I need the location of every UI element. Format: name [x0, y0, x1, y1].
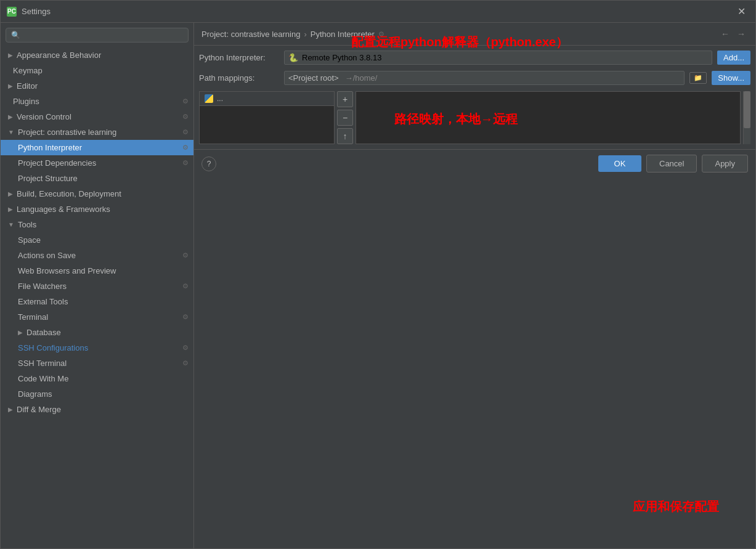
- sidebar-item-project-structure[interactable]: Project Structure: [1, 171, 193, 186]
- sidebar-item-label: Database: [26, 328, 61, 337]
- sidebar-item-version-control[interactable]: ▶ Version Control ⚙: [1, 109, 193, 124]
- packages-header: ...: [200, 92, 334, 106]
- sidebar-item-languages-frameworks[interactable]: ▶ Languages & Frameworks: [1, 201, 193, 217]
- remove-package-button[interactable]: −: [337, 110, 353, 126]
- upgrade-package-button[interactable]: ↑: [337, 128, 353, 144]
- sidebar-item-file-watchers[interactable]: File Watchers ⚙: [1, 279, 193, 294]
- settings-icon: ⚙: [182, 97, 189, 105]
- sidebar-item-ssh-configurations[interactable]: SSH Configurations ⚙: [1, 340, 193, 356]
- sidebar-item-label: Plugins: [13, 97, 39, 106]
- sidebar-item-label: Diagrams: [18, 389, 52, 399]
- breadcrumb-bar: Project: contrastive learning › Python I…: [194, 23, 755, 46]
- forward-arrow[interactable]: →: [734, 28, 748, 40]
- sidebar-item-editor[interactable]: ▶ Editor: [1, 78, 193, 94]
- help-button[interactable]: ?: [201, 157, 216, 171]
- sidebar-item-label: Diff & Merge: [17, 405, 61, 414]
- sidebar-item-label: External Tools: [18, 297, 68, 306]
- title-bar: PC Settings ✕: [1, 1, 755, 23]
- path-local: <Project root>: [288, 73, 339, 83]
- sidebar-item-space[interactable]: Space: [1, 232, 193, 248]
- sidebar-item-diff-merge[interactable]: ▶ Diff & Merge: [1, 402, 193, 417]
- sidebar-item-label: Keymap: [13, 66, 43, 75]
- path-field[interactable]: <Project root> →/home/: [284, 71, 685, 85]
- sidebar-item-label: SSH Configurations: [18, 343, 88, 352]
- sidebar-item-diagrams[interactable]: Diagrams: [1, 386, 193, 402]
- sidebar-item-label: SSH Terminal: [18, 359, 67, 368]
- sidebar-item-build-execution[interactable]: ▶ Build, Execution, Deployment: [1, 186, 193, 201]
- close-button[interactable]: ✕: [734, 4, 749, 18]
- path-arrow: →/home/: [343, 73, 380, 83]
- settings-icon: ⚙: [182, 113, 189, 121]
- sidebar-item-label: Version Control: [17, 112, 71, 121]
- search-icon: 🔍: [11, 31, 20, 39]
- add-button[interactable]: Add...: [717, 51, 750, 65]
- sidebar-item-external-tools[interactable]: External Tools: [1, 294, 193, 309]
- breadcrumb-page: Python Interpreter: [311, 30, 375, 39]
- sidebar-item-keymap[interactable]: Keymap: [1, 63, 193, 78]
- sidebar-item-database[interactable]: ▶ Database: [1, 325, 193, 340]
- scrollbar-thumb[interactable]: [744, 91, 750, 128]
- settings-form: Python Interpreter: 🐍 Remote Python 3.8.…: [194, 46, 755, 149]
- settings-icon: ⚙: [182, 344, 189, 352]
- scrollbar[interactable]: [743, 91, 750, 144]
- sidebar-item-label: File Watchers: [18, 282, 67, 291]
- ok-button[interactable]: OK: [598, 155, 641, 172]
- sidebar-item-project-dependencies[interactable]: Project Dependencies ⚙: [1, 155, 193, 171]
- settings-icon: ⚙: [182, 313, 189, 321]
- sidebar-item-plugins[interactable]: Plugins ⚙: [1, 94, 193, 109]
- expand-icon: ▶: [8, 83, 13, 89]
- show-button[interactable]: Show...: [712, 71, 750, 85]
- sidebar-item-label: Space: [18, 235, 41, 245]
- right-buttons: + − ↑: [337, 91, 353, 144]
- sidebar-item-code-with-me[interactable]: Code With Me: [1, 371, 193, 386]
- folder-button[interactable]: 📁: [689, 72, 707, 84]
- sidebar-item-label: Web Browsers and Preview: [18, 266, 116, 275]
- settings-icon: ⚙: [182, 128, 189, 136]
- sidebar-item-label: Actions on Save: [18, 251, 76, 260]
- expand-icon: ▶: [18, 329, 23, 336]
- sidebar-item-label: Project Dependencies: [18, 158, 96, 168]
- expand-icon: ▶: [8, 52, 13, 59]
- breadcrumb-project[interactable]: Project: contrastive learning: [201, 30, 300, 39]
- sidebar-item-web-browsers[interactable]: Web Browsers and Preview: [1, 263, 193, 279]
- sidebar-item-ssh-terminal[interactable]: SSH Terminal ⚙: [1, 356, 193, 371]
- search-box[interactable]: 🔍: [6, 28, 189, 43]
- path-mappings-row: Path mappings: <Project root> →/home/ 📁 …: [199, 71, 750, 85]
- settings-icon: ⚙: [378, 30, 384, 38]
- path-mappings-label: Path mappings:: [199, 73, 279, 83]
- breadcrumb-separator: ›: [304, 30, 306, 39]
- sidebar-item-tools[interactable]: ▼ Tools: [1, 217, 193, 232]
- back-arrow[interactable]: ←: [718, 28, 732, 40]
- table-area: [356, 91, 741, 144]
- sidebar-item-actions-on-save[interactable]: Actions on Save ⚙: [1, 248, 193, 263]
- sidebar-item-appearance[interactable]: ▶ Appearance & Behavior: [1, 47, 193, 63]
- sidebar-item-python-interpreter[interactable]: Python Interpreter ⚙: [1, 140, 193, 155]
- packages-list[interactable]: [200, 106, 334, 144]
- cancel-button[interactable]: Cancel: [646, 155, 697, 173]
- sidebar-item-label: Editor: [17, 81, 38, 91]
- sidebar-item-project[interactable]: ▼ Project: contrastive learning ⚙: [1, 124, 193, 140]
- sidebar-item-label: Python Interpreter: [18, 143, 82, 152]
- sidebar-item-label: Appearance & Behavior: [17, 51, 101, 60]
- interpreter-row: Python Interpreter: 🐍 Remote Python 3.8.…: [199, 51, 750, 65]
- sidebar: 🔍 ▶ Appearance & Behavior Keymap ▶ Edito…: [1, 23, 194, 548]
- interpreter-value: Remote Python 3.8.13: [302, 53, 381, 62]
- app-icon: PC: [7, 7, 17, 17]
- right-panel: Project: contrastive learning › Python I…: [194, 23, 755, 548]
- settings-icon: ⚙: [182, 359, 189, 367]
- packages-panel: ...: [199, 91, 335, 144]
- add-package-button[interactable]: +: [337, 91, 353, 107]
- settings-icon: ⚙: [182, 144, 189, 152]
- sidebar-item-label: Tools: [18, 220, 36, 229]
- settings-icon: ⚙: [182, 159, 189, 167]
- sidebar-item-label: Code With Me: [18, 374, 68, 383]
- python-icon: 🐍: [288, 53, 298, 62]
- packages-header-text: ...: [217, 94, 223, 103]
- expand-icon: ▶: [8, 113, 13, 120]
- window-title: Settings: [22, 7, 51, 16]
- settings-icon: ⚙: [182, 251, 189, 259]
- interpreter-field[interactable]: 🐍 Remote Python 3.8.13: [284, 51, 712, 65]
- search-input[interactable]: [24, 31, 183, 39]
- sidebar-item-terminal[interactable]: Terminal ⚙: [1, 309, 193, 325]
- apply-button[interactable]: Apply: [702, 155, 748, 173]
